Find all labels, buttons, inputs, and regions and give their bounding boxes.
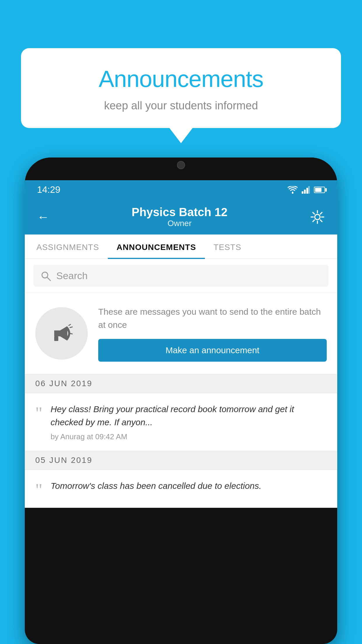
status-time: 14:29 xyxy=(37,184,60,195)
svg-rect-1 xyxy=(302,191,303,194)
wifi-icon xyxy=(288,186,298,194)
search-icon xyxy=(41,271,51,281)
svg-rect-3 xyxy=(306,188,308,194)
battery-icon xyxy=(314,187,325,193)
announcement-content-2: Tomorrow's class has been cancelled due … xyxy=(51,479,327,496)
announcement-text-1: Hey class! Bring your practical record b… xyxy=(51,402,327,429)
make-announcement-button[interactable]: Make an announcement xyxy=(98,339,327,362)
top-bar: ← Physics Batch 12 Owner xyxy=(25,199,337,235)
prompt-right: These are messages you want to send to t… xyxy=(98,305,327,362)
signal-icon xyxy=(302,186,310,194)
announcement-text-2: Tomorrow's class has been cancelled due … xyxy=(51,479,327,492)
date-divider-1: 06 JUN 2019 xyxy=(25,374,337,393)
quote-icon-2: " xyxy=(35,479,43,498)
announcement-prompt: These are messages you want to send to t… xyxy=(25,293,337,374)
batch-title: Physics Batch 12 xyxy=(131,206,227,219)
announcement-content-1: Hey class! Bring your practical record b… xyxy=(51,402,327,441)
svg-rect-8 xyxy=(54,336,58,341)
app-content: ← Physics Batch 12 Owner ASSIGNMENTS ANN… xyxy=(25,199,337,508)
announcement-meta-1: by Anurag at 09:42 AM xyxy=(51,432,327,441)
announcements-title: Announcements xyxy=(38,66,324,92)
announcement-item-1: " Hey class! Bring your practical record… xyxy=(25,393,337,451)
top-bar-center: Physics Batch 12 Owner xyxy=(131,206,227,228)
svg-point-5 xyxy=(315,214,320,220)
tab-announcements[interactable]: ANNOUNCEMENTS xyxy=(108,235,205,258)
search-placeholder: Search xyxy=(56,270,88,281)
search-bar: Search xyxy=(25,259,337,293)
prompt-description: These are messages you want to send to t… xyxy=(98,305,327,331)
svg-line-7 xyxy=(47,277,50,281)
svg-line-9 xyxy=(69,324,71,326)
status-icons xyxy=(288,186,325,194)
megaphone-icon xyxy=(48,320,75,346)
back-button[interactable]: ← xyxy=(37,210,49,224)
phone-notch xyxy=(158,158,204,173)
search-input-wrapper[interactable]: Search xyxy=(34,265,328,287)
svg-line-10 xyxy=(70,327,72,328)
status-bar: 14:29 xyxy=(25,180,337,199)
batch-subtitle: Owner xyxy=(131,219,227,228)
phone-frame: 14:29 ← Physics Batch 12 Owner xyxy=(25,158,337,644)
settings-icon[interactable] xyxy=(310,209,325,225)
tab-assignments[interactable]: ASSIGNMENTS xyxy=(28,235,108,258)
svg-point-0 xyxy=(292,192,294,194)
phone-camera xyxy=(177,161,185,169)
tab-tests[interactable]: TESTS xyxy=(205,235,250,258)
svg-line-11 xyxy=(70,333,72,334)
tabs-bar: ASSIGNMENTS ANNOUNCEMENTS TESTS xyxy=(25,235,337,259)
announcements-subtitle: keep all your students informed xyxy=(38,99,324,112)
phone-notch-area xyxy=(25,158,337,180)
svg-rect-2 xyxy=(304,190,306,194)
speech-bubble: Announcements keep all your students inf… xyxy=(21,48,341,128)
quote-icon-1: " xyxy=(35,402,43,422)
megaphone-circle xyxy=(35,307,88,360)
announcement-item-2: " Tomorrow's class has been cancelled du… xyxy=(25,470,337,508)
speech-bubble-container: Announcements keep all your students inf… xyxy=(21,48,341,128)
date-divider-2: 05 JUN 2019 xyxy=(25,451,337,470)
svg-rect-4 xyxy=(308,186,310,194)
